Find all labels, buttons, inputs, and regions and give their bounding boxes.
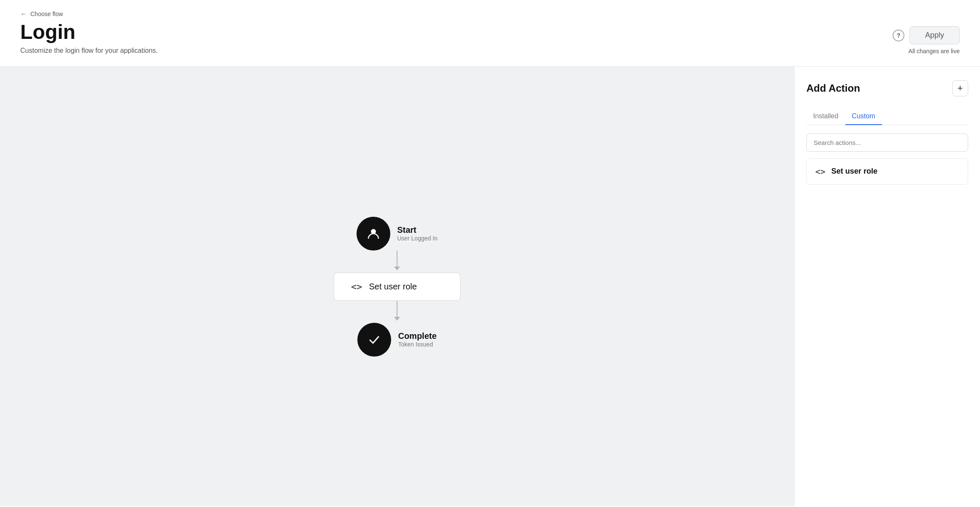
start-label-title: Start: [397, 225, 438, 235]
start-label-subtitle: User Logged In: [397, 235, 438, 242]
flow-arrow-1: [394, 251, 400, 273]
tab-installed[interactable]: Installed: [806, 108, 845, 125]
header-title-block: Login Customize the login flow for your …: [20, 21, 158, 55]
back-label: Choose flow: [30, 11, 63, 17]
add-action-button[interactable]: +: [952, 80, 968, 96]
code-icon-action: <>: [815, 166, 825, 177]
panel-header: Add Action +: [806, 80, 968, 96]
right-panel: Add Action + Installed Custom <> Set use…: [794, 67, 980, 506]
tabs: Installed Custom: [806, 108, 968, 125]
header-main: Login Customize the login flow for your …: [20, 21, 960, 66]
search-input[interactable]: [806, 134, 968, 152]
page-title: Login: [20, 21, 158, 44]
panel-title: Add Action: [806, 82, 860, 94]
flow-arrow-2: [394, 301, 400, 323]
tab-custom[interactable]: Custom: [845, 108, 882, 125]
complete-node-label: Complete Token Issued: [398, 331, 436, 348]
complete-label-subtitle: Token Issued: [398, 341, 436, 348]
main-content: Start User Logged In <> Set user role: [0, 67, 980, 506]
complete-node-row: Complete Token Issued: [357, 323, 436, 357]
header-actions-row: ? Apply: [893, 26, 960, 44]
complete-node-circle: [357, 323, 391, 357]
action-node[interactable]: <> Set user role: [334, 273, 460, 301]
action-item-label: Set user role: [831, 167, 877, 176]
action-node-label: Set user role: [369, 282, 417, 292]
back-link[interactable]: ← Choose flow: [20, 0, 960, 21]
flow-diagram: Start User Logged In <> Set user role: [334, 217, 460, 357]
start-node-circle: [357, 217, 390, 251]
start-node-row: Start User Logged In: [357, 217, 438, 251]
person-icon: [366, 226, 381, 241]
help-icon[interactable]: ?: [893, 30, 904, 41]
complete-label-title: Complete: [398, 331, 436, 341]
check-icon: [367, 332, 382, 347]
start-node-label: Start User Logged In: [397, 225, 438, 242]
page-subtitle: Customize the login flow for your applic…: [20, 47, 158, 55]
back-arrow-icon: ←: [20, 10, 27, 18]
apply-button[interactable]: Apply: [909, 26, 960, 44]
action-item-set-user-role[interactable]: <> Set user role: [806, 158, 968, 185]
flow-canvas: Start User Logged In <> Set user role: [0, 67, 794, 506]
live-status: All changes are live: [909, 48, 960, 55]
header: ← Choose flow Login Customize the login …: [0, 0, 980, 67]
code-icon-1: <>: [351, 281, 362, 292]
header-actions: ? Apply All changes are live: [893, 21, 960, 55]
